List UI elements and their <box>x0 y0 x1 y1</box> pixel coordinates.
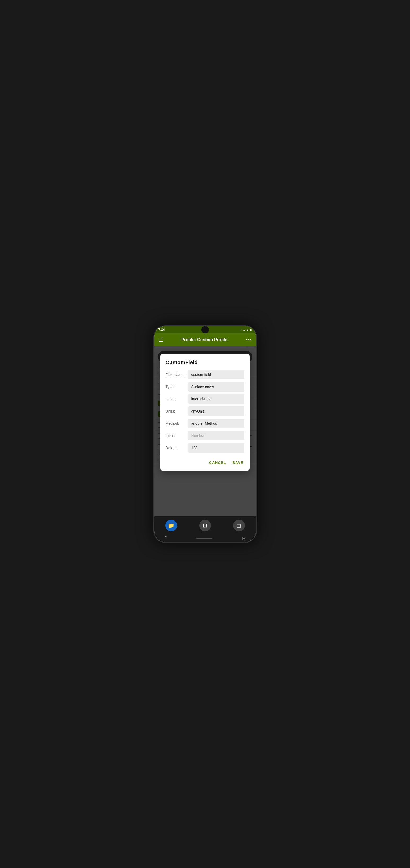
input-label: Input: <box>166 433 188 438</box>
default-label: Default: <box>166 446 188 450</box>
save-button-modal[interactable]: SAVE <box>231 459 244 466</box>
bottom-nav-bar: 📁 ⊞ ◻ <box>154 516 256 535</box>
signal-icon: ▲ <box>246 329 249 331</box>
method-label: Method: <box>166 421 188 426</box>
cancel-button[interactable]: CANCEL <box>208 459 227 466</box>
grid-nav-button[interactable]: ⊞ <box>199 520 211 531</box>
field-name-row: Field Name: <box>166 370 245 379</box>
type-label: Type: <box>166 385 188 389</box>
level-input[interactable] <box>188 394 245 404</box>
files-nav-button[interactable]: 📁 <box>165 520 177 531</box>
units-input[interactable] <box>188 406 245 416</box>
square-nav-icon: ◻ <box>233 520 245 531</box>
method-input[interactable] <box>188 418 245 428</box>
back-nav-button[interactable]: ˅ <box>165 536 167 541</box>
wifi-icon: ▲ <box>243 329 245 331</box>
default-row: Default: <box>166 443 245 453</box>
type-row: Type: <box>166 382 245 392</box>
phone-frame: 7:34 ⊙ ▲ ▲ ▮ ☰ Profile: Custom Profile •… <box>153 325 257 543</box>
type-input[interactable] <box>188 382 245 392</box>
square-nav-button[interactable]: ◻ <box>233 520 245 531</box>
input-field[interactable] <box>188 431 245 440</box>
status-time: 7:34 <box>159 328 165 332</box>
units-label: Units: <box>166 409 188 413</box>
level-row: Level: <box>166 394 245 404</box>
home-indicator <box>196 538 212 539</box>
method-row: Method: <box>166 418 245 428</box>
units-row: Units: <box>166 406 245 416</box>
status-icons: ⊙ ▲ ▲ ▮ <box>240 329 252 331</box>
field-name-input[interactable] <box>188 370 245 379</box>
status-bar: 7:34 ⊙ ▲ ▲ ▮ <box>154 326 256 334</box>
location-icon: ⊙ <box>240 329 242 331</box>
level-label: Level: <box>166 397 188 401</box>
battery-icon: ▮ <box>250 329 252 331</box>
custom-field-modal: CustomField Field Name: Type: Level: <box>160 354 250 471</box>
system-nav: ˅ ⊞ <box>154 535 256 542</box>
field-name-label: Field Name: <box>166 372 188 377</box>
modal-overlay: CustomField Field Name: Type: Level: <box>154 346 256 516</box>
app-bar: ☰ Profile: Custom Profile ••• <box>154 334 256 346</box>
more-options-icon[interactable]: ••• <box>246 337 252 342</box>
camera-cutout <box>201 326 209 334</box>
default-input[interactable] <box>188 443 245 453</box>
content-area: Save Terms of use Re Cu <box>154 346 256 516</box>
phone-screen: 7:34 ⊙ ▲ ▲ ▮ ☰ Profile: Custom Profile •… <box>154 326 256 542</box>
app-bar-title: Profile: Custom Profile <box>181 337 227 342</box>
grid-nav-icon: ⊞ <box>199 520 211 531</box>
modal-actions: CANCEL SAVE <box>166 457 245 466</box>
modal-title: CustomField <box>166 360 245 366</box>
input-row: Input: <box>166 431 245 440</box>
files-icon: 📁 <box>165 520 177 531</box>
hamburger-icon[interactable]: ☰ <box>159 337 163 342</box>
recents-nav-button[interactable]: ⊞ <box>242 536 245 541</box>
